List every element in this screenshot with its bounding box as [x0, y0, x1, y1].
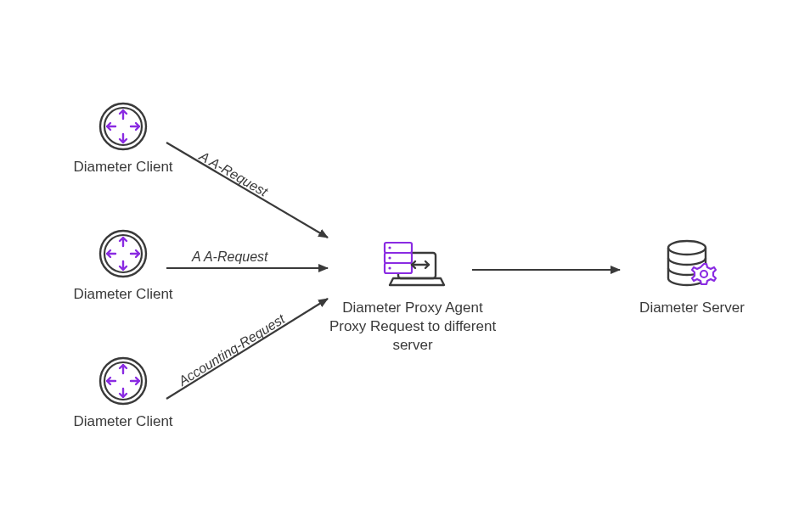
- node-proxy: Diameter Proxy Agent Proxy Request to di…: [319, 238, 506, 355]
- node-proxy-label: Diameter Proxy Agent Proxy Request to di…: [319, 299, 506, 355]
- node-client1: Diameter Client: [64, 100, 183, 176]
- edge-label-client2-proxy: A A-Request: [192, 249, 268, 265]
- svg-point-12: [388, 266, 391, 269]
- database-gear-icon: [661, 238, 723, 294]
- node-server: Diameter Server: [628, 238, 756, 317]
- node-client3-label: Diameter Client: [64, 412, 183, 431]
- node-client3: Diameter Client: [64, 355, 183, 431]
- router-icon: [97, 355, 149, 407]
- node-client2-label: Diameter Client: [64, 285, 183, 304]
- proxy-agent-icon: [380, 238, 446, 294]
- router-icon: [97, 100, 149, 153]
- node-server-label: Diameter Server: [628, 299, 756, 317]
- node-client2: Diameter Client: [64, 227, 183, 304]
- diagram-stage: A A-Request A A-Request Accounting-Reque…: [0, 0, 799, 532]
- router-icon: [97, 227, 149, 280]
- svg-point-10: [388, 246, 391, 249]
- svg-point-14: [668, 241, 706, 255]
- svg-point-15: [701, 271, 707, 277]
- svg-point-11: [388, 256, 391, 259]
- node-client1-label: Diameter Client: [64, 158, 183, 176]
